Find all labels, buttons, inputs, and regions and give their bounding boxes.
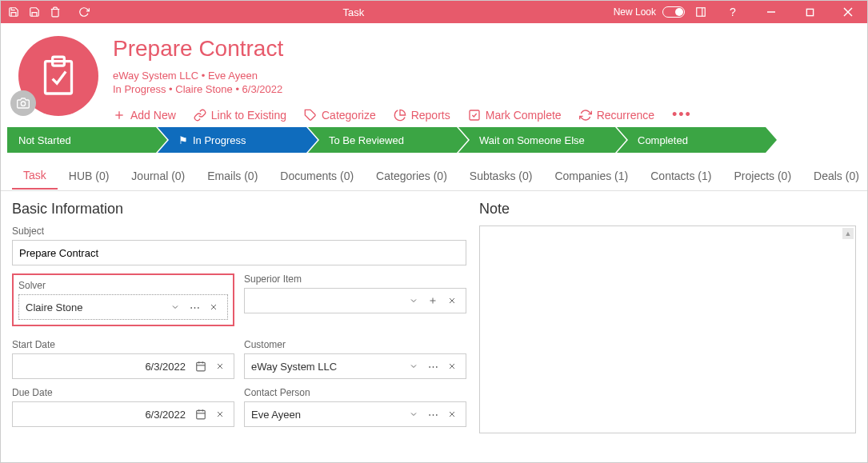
plus-icon[interactable] <box>424 292 442 309</box>
camera-icon[interactable] <box>10 90 36 116</box>
clear-icon[interactable] <box>443 405 461 423</box>
svg-rect-27 <box>197 410 206 419</box>
close-button[interactable] <box>832 1 864 23</box>
header: Prepare Contract eWay System LLC • Eve A… <box>1 23 867 127</box>
contact-label: Contact Person <box>244 387 466 398</box>
workflow-wait-someone[interactable]: Wait on Someone Else <box>458 127 626 153</box>
window-title: Task <box>94 6 614 18</box>
clear-icon[interactable] <box>205 298 222 316</box>
categorize-button[interactable]: Categorize <box>304 109 376 122</box>
clear-icon[interactable] <box>443 292 461 309</box>
workflow-in-progress[interactable]: ⚑In Progress <box>158 127 318 153</box>
refresh-icon[interactable] <box>74 2 94 22</box>
help-button[interactable]: ? <box>717 1 749 23</box>
maximize-button[interactable] <box>794 1 826 23</box>
add-new-button[interactable]: Add New <box>113 109 176 122</box>
chevron-down-icon[interactable] <box>405 292 422 309</box>
reports-button[interactable]: Reports <box>394 109 450 122</box>
delete-icon[interactable] <box>46 2 65 22</box>
panel-icon[interactable] <box>691 2 710 22</box>
tab-documents[interactable]: Documents (0) <box>269 163 365 189</box>
start-date-label: Start Date <box>12 339 234 350</box>
tab-journal[interactable]: Journal (0) <box>120 163 196 189</box>
flag-icon: ⚑ <box>178 134 188 146</box>
link-existing-button[interactable]: Link to Existing <box>194 109 286 122</box>
workflow-completed[interactable]: Completed <box>617 127 777 153</box>
tabs-bar: Task HUB (0) Journal (0) Emails (0) Docu… <box>1 161 867 191</box>
clear-icon[interactable] <box>211 357 229 375</box>
subject-input[interactable] <box>12 240 466 265</box>
clear-icon[interactable] <box>443 357 461 375</box>
superior-label: Superior Item <box>244 273 466 285</box>
recurrence-button[interactable]: Recurrence <box>579 109 654 122</box>
subject-label: Subject <box>12 226 466 237</box>
chevron-down-icon[interactable] <box>405 357 422 375</box>
page-title: Prepare Contract <box>113 36 858 62</box>
chevron-down-icon[interactable] <box>405 405 422 423</box>
start-date-input[interactable]: 6/3/2022 <box>12 353 234 379</box>
chevron-down-icon[interactable] <box>166 298 184 316</box>
ellipsis-icon[interactable]: ⋯ <box>424 357 442 375</box>
note-textarea[interactable]: ▲ <box>479 226 856 433</box>
mark-complete-button[interactable]: Mark Complete <box>468 109 562 122</box>
new-look-toggle[interactable] <box>662 6 685 18</box>
svg-rect-19 <box>197 362 206 371</box>
title-bar: Task New Look ? <box>1 1 867 23</box>
scroll-up-icon[interactable]: ▲ <box>842 228 854 239</box>
save-icon[interactable] <box>4 2 23 22</box>
more-actions-button[interactable]: ••• <box>672 106 692 123</box>
header-subtitle-1: eWay System LLC • Eve Ayeen <box>113 70 858 82</box>
tab-task[interactable]: Task <box>12 162 58 190</box>
header-subtitle-2: In Progress • Claire Stone • 6/3/2022 <box>113 83 858 95</box>
tab-contacts[interactable]: Contacts (1) <box>639 163 722 189</box>
solver-label: Solver <box>18 280 228 291</box>
section-note-title: Note <box>479 201 856 218</box>
ellipsis-icon[interactable]: ⋯ <box>424 405 442 423</box>
svg-rect-0 <box>697 8 706 17</box>
svg-rect-12 <box>470 110 479 120</box>
superior-input[interactable] <box>244 288 466 313</box>
tab-projects[interactable]: Projects (0) <box>722 163 802 189</box>
workflow-not-started[interactable]: Not Started <box>7 127 167 153</box>
calendar-icon[interactable] <box>192 357 210 375</box>
tab-deals[interactable]: Deals (0) <box>802 163 868 189</box>
section-basic-title: Basic Information <box>12 201 466 218</box>
svg-rect-3 <box>806 9 813 15</box>
tab-companies[interactable]: Companies (1) <box>543 163 639 189</box>
calendar-icon[interactable] <box>192 405 210 423</box>
contact-input[interactable]: Eve Ayeen ⋯ <box>244 401 466 427</box>
tab-hub[interactable]: HUB (0) <box>58 163 121 189</box>
tab-categories[interactable]: Categories (0) <box>365 163 458 189</box>
solver-input[interactable]: Claire Stone ⋯ <box>18 294 228 320</box>
workflow-to-be-reviewed[interactable]: To Be Reviewed <box>308 127 468 153</box>
customer-label: Customer <box>244 339 466 350</box>
tab-emails[interactable]: Emails (0) <box>196 163 269 189</box>
new-look-label: New Look <box>614 6 656 18</box>
due-date-input[interactable]: 6/3/2022 <box>12 401 234 427</box>
save-as-icon[interactable] <box>25 2 44 22</box>
ellipsis-icon[interactable]: ⋯ <box>186 298 203 316</box>
due-date-label: Due Date <box>12 387 234 398</box>
clear-icon[interactable] <box>211 405 229 423</box>
minimize-button[interactable] <box>755 1 787 23</box>
workflow-bar: Not Started ⚑In Progress To Be Reviewed … <box>7 127 861 153</box>
customer-input[interactable]: eWay System LLC ⋯ <box>244 353 466 379</box>
tab-subtasks[interactable]: Subtasks (0) <box>458 163 544 189</box>
svg-point-8 <box>21 102 25 106</box>
